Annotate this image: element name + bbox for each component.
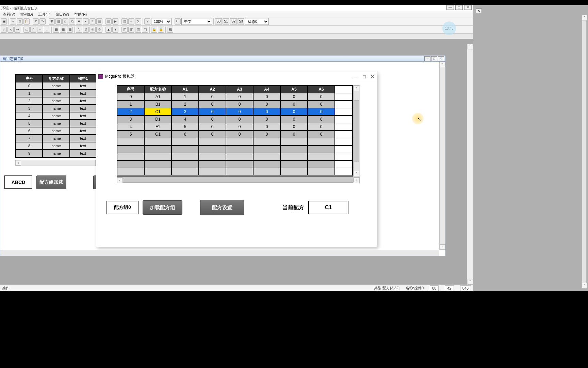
tb-db-icon[interactable]: ▥ [121,18,128,25]
bg-table-row[interactable]: 9nametext [16,150,95,157]
grid3-icon[interactable]: ▦ [67,27,73,33]
layer1-icon[interactable]: ◫ [121,27,128,33]
bg-table-row[interactable]: 0nametext [16,82,95,90]
lang-select[interactable]: 中文 [181,18,212,25]
tb-help-icon[interactable]: ? [144,18,150,25]
scroll-up-icon[interactable]: ˄ [440,62,445,67]
sim-recipe-settings[interactable]: 配方设置 [200,200,244,215]
sim-table[interactable]: 序号 配方名称 A1 A2 A3 A4 A5 A6 [117,85,353,177]
sim-max-button[interactable]: □ [363,74,366,79]
outer-vscroll[interactable]: ˄ ˅ [467,44,473,285]
tb-list-icon[interactable]: ☰ [96,18,102,25]
min-button[interactable]: — [446,5,454,10]
sim-load-group[interactable]: 加载配方组 [143,200,182,215]
rotate-l-icon[interactable]: ⟲ [89,27,96,33]
bg-btn-abcd[interactable]: ABCD [4,175,32,189]
front-icon[interactable]: ▲ [105,27,112,33]
tb-align-icon[interactable]: ≡ [89,18,96,25]
tb-group-icon[interactable]: ⧈ [62,18,68,25]
menu-help[interactable]: 帮助(H) [74,12,87,16]
tb-undo-icon[interactable]: ↶ [33,18,39,25]
align-left-icon[interactable]: ⤢ [1,27,7,33]
tb-font-icon[interactable]: A [76,18,82,25]
scroll-right-icon[interactable]: › [354,178,359,183]
same-w-icon[interactable]: ↔ [37,27,43,33]
tb-lang-icon[interactable]: 卟 [175,18,181,25]
scroll-up-icon[interactable]: ˄ [468,44,473,49]
bg-table-row[interactable]: 4nametext [16,112,95,120]
scroll-left-icon[interactable]: ‹ [16,160,21,166]
cw-close-button[interactable]: ✕ [438,56,444,61]
unlock-icon[interactable]: 🔓 [158,27,164,33]
layer2-icon[interactable]: ◫ [128,27,134,33]
bg-table-row[interactable]: 6nametext [16,127,95,135]
cw-hscroll[interactable] [0,250,439,256]
tb-run-icon[interactable]: ▶ [112,18,118,25]
scroll-down-icon[interactable]: ˅ [582,283,587,288]
zoom-select[interactable]: 100% [151,18,172,25]
scroll-up-icon[interactable]: ˄ [354,86,359,91]
sim-group0[interactable]: 配方组0 [107,201,138,214]
cw-vscroll[interactable]: ˄ ˅ [439,62,445,250]
state-s0[interactable]: S0 [215,18,222,25]
sim-table-row[interactable]: 2C1300000 [117,108,353,116]
rp-vscroll[interactable]: ˄ ˅ [582,15,587,289]
rotate-r-icon[interactable]: ⟳ [96,27,102,33]
tb-copy-icon[interactable]: ⧉ [17,18,23,25]
align-right-icon[interactable]: ⇥ [14,27,20,33]
scroll-left-icon[interactable]: ‹ [117,178,122,183]
sim-table-row-empty[interactable] [117,153,353,160]
max-button[interactable]: □ [455,5,463,10]
bg-table-hscroll[interactable]: ‹ [15,160,96,166]
state-s1[interactable]: S1 [223,18,229,25]
sim-table-row-empty[interactable] [117,160,353,168]
layer4-icon[interactable]: ◫ [142,27,148,33]
sim-table-row[interactable]: 4F1500000 [117,123,353,131]
flip-h-icon[interactable]: ⇋ [76,27,82,33]
sim-min-button[interactable]: — [354,74,358,79]
menu-arrange[interactable]: 排列(D) [20,12,33,16]
cw-max-button[interactable]: □ [431,56,437,61]
menubar[interactable]: 查看(V) 排列(D) 工具(T) 窗口(W) 帮助(H) [0,11,473,17]
menu-window[interactable]: 窗口(W) [55,12,69,16]
bg-table-row[interactable]: 7nametext [16,135,95,142]
scroll-up-icon[interactable]: ˄ [582,15,587,20]
sim-close-button[interactable]: ✕ [371,74,375,79]
align-center-icon[interactable]: ⤡ [7,27,14,33]
scroll-thumb-h[interactable] [123,178,354,183]
sim-vscroll[interactable]: ˄ ˅ [353,85,360,177]
tb-check-icon[interactable]: ✓ [128,18,134,25]
sim-table-row-empty[interactable] [117,168,353,175]
scroll-down-icon[interactable]: ˅ [354,171,359,176]
tb-paste-icon[interactable]: 📋 [23,18,30,25]
design-surface[interactable]: 序号 配方名称 物料1 0nametext1nametext2nametext3… [0,62,439,250]
menu-view[interactable]: 查看(V) [3,12,15,16]
tb-chart-icon[interactable]: ▤ [105,18,112,25]
close-button[interactable]: ✕ [464,5,472,10]
tb-ungroup-icon[interactable]: ⧉ [69,18,75,25]
grid2-icon[interactable]: ▦ [60,27,66,33]
rp-close-button[interactable]: ✕ [476,9,482,13]
state-s3[interactable]: S3 [238,18,244,25]
bg-table-row[interactable]: 2nametext [16,97,95,105]
sim-hscroll[interactable]: ‹ › [117,177,360,183]
palette-icon[interactable]: ▩ [167,27,173,33]
tb-color-icon[interactable]: ▪ [83,18,89,25]
sim-table-row-empty[interactable] [117,145,353,153]
bg-table-row[interactable]: 5nametext [16,120,95,127]
tb-redo-icon[interactable]: ↷ [39,18,46,25]
flip-v-icon[interactable]: ⇵ [83,27,89,33]
dist-v-icon[interactable]: ▯ [30,27,36,33]
state-select[interactable]: 状态0 [245,18,269,25]
sim-table-row[interactable]: 1B1200000 [117,101,353,108]
tb-cut-icon[interactable]: ✂ [10,18,16,25]
cw-min-button[interactable]: — [424,56,430,61]
bg-table-row[interactable]: 1nametext [16,90,95,97]
tb-tool-icon[interactable]: 🛠 [49,18,55,25]
sim-table-row[interactable]: 5G1600000 [117,131,353,138]
back-icon[interactable]: ▼ [112,27,118,33]
menu-tools[interactable]: 工具(T) [38,12,50,16]
tb-var-icon[interactable]: ∑ [135,18,141,25]
bg-btn-load[interactable]: 配方组加载 [36,175,66,189]
state-s2[interactable]: S2 [230,18,237,25]
